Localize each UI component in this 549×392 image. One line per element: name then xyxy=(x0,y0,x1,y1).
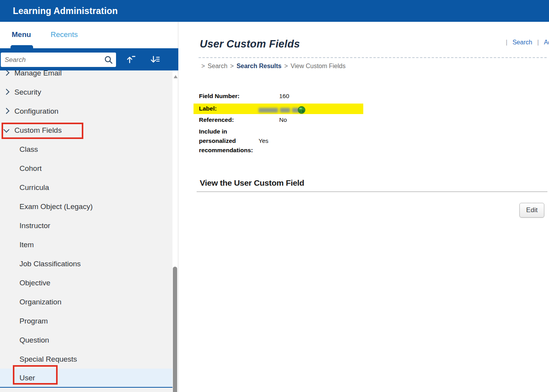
page-actions: | Search | Ad xyxy=(506,39,549,46)
add-link[interactable]: Ad xyxy=(544,39,549,46)
field-value: 160 xyxy=(279,93,289,100)
search-link[interactable]: Search xyxy=(512,39,532,46)
field-value-redacted xyxy=(259,106,306,114)
sidebar-item-label: Special Requests xyxy=(19,355,77,364)
sidebar-item-label: Program xyxy=(19,317,48,325)
redacted-text-blob xyxy=(280,108,290,113)
sidebar-menu-clip: Manage Email Security Configuration Cust… xyxy=(0,70,172,392)
chevron-icon xyxy=(4,70,10,76)
tab-recents[interactable]: Recents xyxy=(51,30,78,39)
field-label: Label: xyxy=(199,105,217,112)
chevron-icon xyxy=(4,108,10,114)
sidebar-search-box xyxy=(1,53,116,67)
sidebar: Menu Recents xyxy=(0,22,178,392)
chevron-icon xyxy=(4,127,10,133)
sidebar-item-label: Question xyxy=(19,336,49,345)
sidebar-item[interactable]: Instructor xyxy=(0,216,172,235)
scroll-up-arrow-icon[interactable] xyxy=(174,75,178,78)
collapse-all-icon[interactable] xyxy=(126,54,137,65)
app-title: Learning Administration xyxy=(13,6,118,16)
expand-all-icon[interactable] xyxy=(150,54,161,65)
sidebar-item-label: Organization xyxy=(19,298,62,306)
sidebar-item-label: Security xyxy=(14,88,41,97)
sidebar-item[interactable]: Curricula xyxy=(0,178,172,197)
sidebar-item-label: Manage Email xyxy=(14,70,62,77)
field-value: Yes xyxy=(259,137,268,144)
sidebar-item-label: Class xyxy=(19,145,38,154)
search-input[interactable] xyxy=(1,53,116,67)
globe-icon[interactable] xyxy=(297,106,306,114)
sidebar-item-label: Cohort xyxy=(19,164,42,173)
sidebar-tabs: Menu Recents xyxy=(0,22,178,48)
title-divider xyxy=(199,57,547,58)
sidebar-item-label: User xyxy=(19,374,35,382)
redacted-text-blob xyxy=(259,108,278,113)
sidebar-item[interactable]: Item xyxy=(0,235,172,254)
search-icon[interactable] xyxy=(104,55,114,65)
link-separator: | xyxy=(537,39,539,46)
sidebar-item-label: Exam Object (Legacy) xyxy=(19,202,93,211)
sidebar-item-label: Instructor xyxy=(19,221,50,230)
sidebar-item[interactable]: Custom Fields xyxy=(0,121,172,140)
sidebar-item-label: Configuration xyxy=(14,107,58,116)
section-divider xyxy=(197,192,547,192)
sidebar-item[interactable]: Security xyxy=(0,83,172,102)
sidebar-item[interactable]: Manage Email xyxy=(0,70,172,83)
section-title: View the User Custom Field xyxy=(200,178,304,188)
sidebar-item[interactable]: Question xyxy=(0,330,172,350)
field-label: Referenced: xyxy=(199,116,234,123)
field-label: Field Number: xyxy=(199,93,239,100)
page-title: User Custom Fields xyxy=(200,38,300,50)
breadcrumb-separator: > xyxy=(284,63,288,70)
sidebar-item[interactable]: Job Classifications xyxy=(0,254,172,273)
sidebar-item-label: Job Classifications xyxy=(19,260,81,268)
field-row-referenced: Referenced: No xyxy=(199,116,433,123)
breadcrumb-item[interactable]: Search Results xyxy=(236,63,282,70)
sidebar-item[interactable]: User xyxy=(0,369,172,388)
sidebar-item[interactable]: Special Requests xyxy=(0,350,172,369)
sidebar-item[interactable]: Cohort xyxy=(0,159,172,178)
sidebar-item-label: Objective xyxy=(19,279,50,287)
edit-button[interactable]: Edit xyxy=(519,203,544,218)
field-label: Include in personalized recommendations: xyxy=(199,127,258,155)
tab-menu[interactable]: Menu xyxy=(12,30,31,39)
link-separator: | xyxy=(506,39,507,46)
sidebar-item[interactable]: Organization xyxy=(0,292,172,311)
field-value: No xyxy=(279,116,287,123)
sidebar-scrollbar-thumb[interactable] xyxy=(173,267,177,392)
sidebar-item-label: Curricula xyxy=(19,183,49,192)
breadcrumb-separator: > xyxy=(201,63,205,70)
field-row-field-number: Field Number: 160 xyxy=(199,93,433,100)
chevron-icon xyxy=(4,89,10,95)
main-content: | Search | Ad User Custom Fields > Searc… xyxy=(178,22,549,392)
breadcrumb: > Search > Search Results > View Custom … xyxy=(199,63,345,70)
sidebar-item[interactable]: Configuration xyxy=(0,102,172,121)
app-header: Learning Administration xyxy=(0,0,549,22)
sidebar-item[interactable]: Objective xyxy=(0,273,172,292)
sidebar-item[interactable]: Exam Object (Legacy) xyxy=(0,197,172,216)
breadcrumb-separator: > xyxy=(230,63,234,70)
sidebar-item[interactable]: Program xyxy=(0,311,172,330)
field-row-recommendations: Include in personalized recommendations:… xyxy=(199,127,433,155)
breadcrumb-item[interactable]: View Custom Fields xyxy=(290,63,345,70)
breadcrumb-item[interactable]: Search xyxy=(208,63,227,70)
sidebar-item[interactable]: Class xyxy=(0,140,172,159)
sidebar-menu: Manage Email Security Configuration Cust… xyxy=(0,70,172,388)
sidebar-item-label: Custom Fields xyxy=(14,126,62,135)
field-row-label-highlighted: Label: xyxy=(194,104,363,114)
sidebar-item-label: Item xyxy=(19,241,34,249)
sidebar-toolbar xyxy=(0,48,178,70)
